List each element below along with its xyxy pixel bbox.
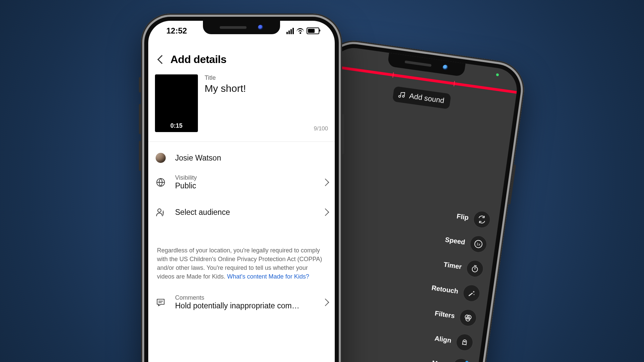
video-duration: 0:15 [170,122,182,129]
audience-icon [155,206,166,218]
made-for-kids-link[interactable]: What's content Made for Kids? [227,273,309,280]
svg-point-13 [158,209,161,212]
chevron-right-icon [322,299,329,306]
channel-name: Josie Watson [175,154,328,163]
tool-more[interactable]: More [431,355,470,362]
flip-icon [473,210,491,229]
add-sound-button[interactable]: Add sound [392,86,451,109]
timer-icon [466,259,484,278]
music-note-icon [397,91,406,99]
align-ghost-icon [455,333,474,351]
tool-speed[interactable]: Speed 1x [444,231,488,253]
svg-text:1x: 1x [476,242,481,246]
magic-wand-icon [463,284,481,302]
battery-icon [307,27,319,34]
notch [203,21,280,34]
comments-label: Comments [175,294,314,301]
comment-settings-icon [155,297,166,308]
audience-label: Select audience [175,208,314,217]
artboard: Add sound Flip Speed 1x [0,0,644,362]
tool-retouch[interactable]: Retouch [431,280,481,302]
visibility-value: Public [175,181,314,190]
svg-point-10 [464,341,465,342]
chevron-right-icon [322,208,329,216]
notch [387,53,466,77]
svg-line-6 [474,265,476,266]
tool-align[interactable]: Align [434,330,474,351]
chevron-left-icon [157,55,166,64]
svg-line-5 [475,267,475,269]
add-sound-label: Add sound [409,92,445,105]
comments-value: Hold potentially inappropriate com… [175,301,314,310]
visibility-label: Visibility [175,174,314,181]
svg-point-14 [163,213,164,214]
avatar [156,153,166,163]
title-field[interactable]: My short! [205,83,328,94]
title-row: 0:15 Title My short! 9/100 [155,74,328,132]
camera-tool-rail: Flip Speed 1x Timer [420,206,491,362]
title-char-counter: 9/100 [314,125,328,132]
comments-row[interactable]: Comments Hold potentially inappropriate … [155,294,328,310]
recording-indicator-dot [496,73,499,76]
status-time: 12:52 [166,26,187,36]
page-header: Add details [148,48,335,71]
section-divider [148,141,335,142]
svg-point-1 [402,95,404,97]
tool-flip[interactable]: Flip [455,208,491,229]
back-button[interactable] [155,53,168,66]
video-thumbnail[interactable]: 0:15 [155,74,198,132]
chevron-right-icon [322,179,329,186]
page-title: Add details [170,53,226,66]
channel-row[interactable]: Josie Watson [155,152,328,164]
legal-disclaimer: Regardless of your location, you're lega… [157,246,326,281]
svg-point-0 [398,96,400,98]
audience-row[interactable]: Select audience [155,206,328,218]
chevron-down-icon [452,358,470,362]
filters-icon [459,309,477,327]
phone-front-screen: 12:52 Add details 0:15 Title My short! [148,21,335,362]
new-feature-dot [465,361,469,362]
title-field-label: Title [205,74,328,81]
visibility-row[interactable]: Visibility Public [155,174,328,190]
speed-icon: 1x [469,235,487,253]
globe-icon [155,177,166,188]
tool-timer[interactable]: Timer [442,256,484,278]
phone-front: 12:52 Add details 0:15 Title My short! [141,13,342,362]
svg-point-11 [465,342,466,342]
tool-filters[interactable]: Filters [434,305,477,327]
cellular-signal-icon [286,28,294,34]
wifi-icon [297,28,304,34]
